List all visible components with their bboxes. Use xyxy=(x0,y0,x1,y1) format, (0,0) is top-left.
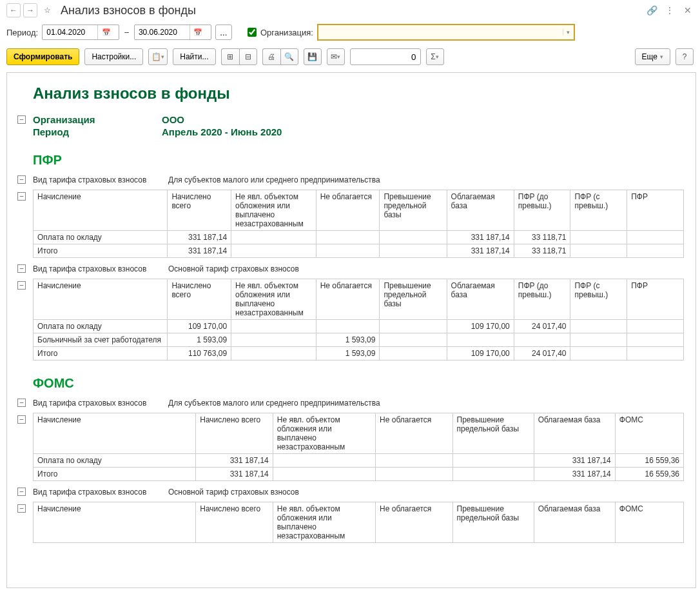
back-button[interactable]: ← xyxy=(6,3,21,17)
tree-toggle[interactable]: – xyxy=(17,504,26,513)
cell xyxy=(447,333,514,347)
cell xyxy=(570,347,627,360)
calendar-icon[interactable]: 📅 xyxy=(97,25,114,39)
column-header: Не явл. объектом обложения или выплачено… xyxy=(231,190,316,231)
generate-button[interactable]: Сформировать xyxy=(6,48,79,65)
row-label: Оплата по окладу xyxy=(34,320,168,333)
total-label: Итого xyxy=(34,347,168,360)
help-button[interactable]: ? xyxy=(676,48,694,65)
tree-toggle[interactable]: – xyxy=(17,399,26,407)
forward-button[interactable]: → xyxy=(23,3,37,17)
report-area[interactable]: Анализ взносов в фонды– ОрганизацияООО П… xyxy=(6,72,696,588)
cell xyxy=(380,244,447,258)
email-button[interactable]: ✉ xyxy=(327,48,345,65)
period-dash: – xyxy=(124,28,129,37)
row-label: Оплата по окладу xyxy=(34,454,196,468)
cell: 16 559,36 xyxy=(615,468,683,481)
preview-button[interactable]: 🔍 xyxy=(280,48,298,65)
data-grid: НачислениеНачислено всегоНе явл. объекто… xyxy=(33,502,684,543)
org-label: Организация: xyxy=(260,28,313,37)
column-header: Не облагается xyxy=(316,279,380,320)
variants-button[interactable]: 📋 xyxy=(148,48,168,65)
column-header: Начислено всего xyxy=(168,190,231,231)
settings-button[interactable]: Настройки... xyxy=(84,48,143,65)
calendar-icon[interactable]: 📅 xyxy=(190,25,206,39)
tree-toggle[interactable]: – xyxy=(17,264,26,273)
count-field[interactable] xyxy=(350,48,421,65)
cell xyxy=(231,333,316,347)
tariff-value: Для субъектов малого или среднего предпр… xyxy=(168,175,380,184)
count-input[interactable] xyxy=(351,52,420,62)
tariff-value: Основной тариф страховых взносов xyxy=(168,264,299,273)
total-label: Итого xyxy=(34,244,168,258)
date-to-input[interactable] xyxy=(135,28,190,37)
expand-button[interactable]: ⊞ xyxy=(221,48,239,65)
org-input[interactable] xyxy=(318,28,563,37)
tree-toggle[interactable]: – xyxy=(17,192,26,201)
collapse-button[interactable]: ⊟ xyxy=(239,48,257,65)
column-header: Начисление xyxy=(34,502,196,543)
tariff-label: Вид тарифа страховых взносов xyxy=(33,399,168,408)
column-header: Начислено всего xyxy=(168,279,231,320)
tree-toggle[interactable]: – xyxy=(17,281,26,290)
print-button[interactable]: 🖨 xyxy=(262,48,280,65)
column-header: ФОМС xyxy=(615,502,683,543)
cell xyxy=(316,244,380,258)
close-icon[interactable]: ✕ xyxy=(682,5,694,16)
cell xyxy=(273,468,375,481)
cell: 109 170,00 xyxy=(168,320,231,333)
cell xyxy=(316,231,380,244)
column-header: Не облагается xyxy=(376,502,452,543)
tariff-label: Вид тарифа страховых взносов xyxy=(33,488,168,497)
cell xyxy=(570,320,627,333)
cell xyxy=(380,231,447,244)
link-icon[interactable]: 🔗 xyxy=(646,5,657,16)
cell xyxy=(627,231,684,244)
cell: 33 118,71 xyxy=(514,244,570,258)
column-header: ПФР (с превыш.) xyxy=(570,279,627,320)
favorite-button[interactable]: ☆ xyxy=(40,3,54,17)
org-checkbox[interactable] xyxy=(248,28,257,37)
cell xyxy=(231,231,316,244)
cell xyxy=(627,333,684,347)
chevron-down-icon[interactable]: ▾ xyxy=(563,29,574,35)
kebab-icon[interactable]: ⋮ xyxy=(664,5,676,16)
data-grid: НачислениеНачислено всегоНе явл. объекто… xyxy=(33,190,684,258)
sum-button[interactable]: Σ xyxy=(426,48,444,65)
org-select[interactable]: ▾ xyxy=(317,24,575,41)
cell: 331 187,14 xyxy=(534,454,615,468)
tree-toggle[interactable]: – xyxy=(17,175,26,184)
column-header: Начисление xyxy=(34,413,196,454)
cell: 331 187,14 xyxy=(196,468,273,481)
cell: 24 017,40 xyxy=(514,320,570,333)
date-from-input[interactable] xyxy=(43,28,97,37)
date-to-field[interactable]: 📅 xyxy=(134,25,211,40)
cell xyxy=(452,454,534,468)
cell: 109 170,00 xyxy=(447,320,514,333)
cell: 110 763,09 xyxy=(168,347,231,360)
cell: 109 170,00 xyxy=(447,347,514,360)
column-header: Превышение предельной базы xyxy=(380,279,447,320)
column-header: Начисление xyxy=(34,190,168,231)
tree-toggle[interactable]: – xyxy=(17,115,26,124)
cell: 1 593,09 xyxy=(168,333,231,347)
date-from-field[interactable]: 📅 xyxy=(42,25,119,40)
row-label: Оплата по окладу xyxy=(34,231,168,244)
column-header: Не явл. объектом обложения или выплачено… xyxy=(231,279,316,320)
period-picker-button[interactable]: ... xyxy=(215,25,232,40)
row-label: Больничный за счет работодателя xyxy=(34,333,168,347)
tree-toggle[interactable]: – xyxy=(17,488,26,496)
cell xyxy=(376,454,452,468)
cell xyxy=(380,333,447,347)
meta-period-label: Период xyxy=(33,126,162,137)
cell xyxy=(514,333,570,347)
more-button[interactable]: Еще xyxy=(635,48,670,65)
save-button[interactable]: 💾 xyxy=(304,48,322,65)
cell xyxy=(627,244,684,258)
data-grid: НачислениеНачислено всегоНе явл. объекто… xyxy=(33,279,684,360)
tree-toggle[interactable]: – xyxy=(17,415,26,424)
find-button[interactable]: Найти... xyxy=(173,48,215,65)
column-header: Начислено всего xyxy=(196,502,273,543)
period-label: Период: xyxy=(6,28,38,37)
titlebar: ← → ☆ Анализ взносов в фонды 🔗 ⋮ ✕ xyxy=(0,0,700,21)
